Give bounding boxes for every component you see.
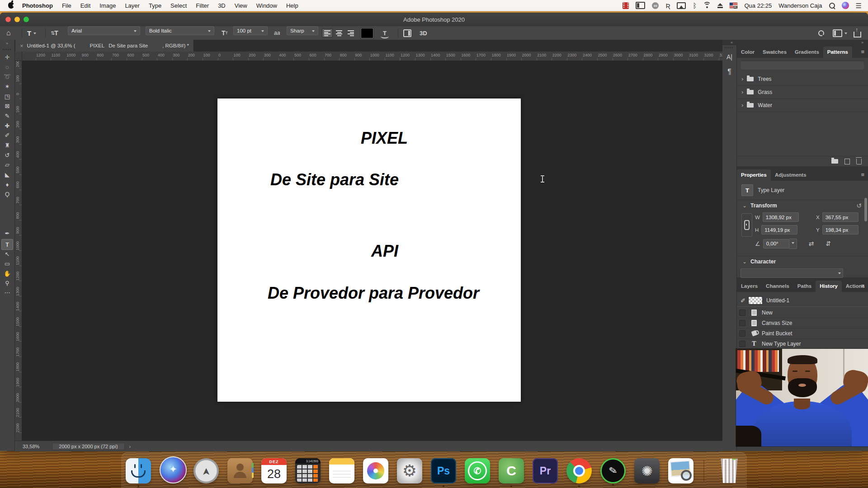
anti-alias-select[interactable]: Sharp <box>287 26 318 35</box>
window-titlebar[interactable]: Adobe Photoshop 2020 <box>0 13 868 27</box>
align-left-button[interactable] <box>322 28 333 38</box>
tool-preset-picker[interactable]: T <box>27 26 36 40</box>
history-snapshot-row[interactable]: ✐ Untitled-1 <box>737 295 868 307</box>
shape-tool[interactable]: ▭ <box>1 258 13 268</box>
pattern-group-trees[interactable]: ›Trees <box>737 72 868 86</box>
object-selection-tool[interactable]: ✶ <box>1 81 13 91</box>
pattern-group-grass[interactable]: ›Grass <box>737 85 868 99</box>
canvas-text-layer[interactable]: De Site para Site <box>270 170 399 189</box>
menu-edit[interactable]: Edit <box>76 2 95 9</box>
dock-preview[interactable] <box>668 458 693 483</box>
eyedropper-tool[interactable]: ✎ <box>1 111 13 121</box>
history-state-row[interactable]: New <box>737 307 868 318</box>
menu-image[interactable]: Image <box>95 2 120 9</box>
menu-photoshop[interactable]: Photoshop <box>18 2 57 9</box>
rotation-angle-field[interactable]: 0,00° <box>763 239 789 249</box>
display-menu-icon[interactable] <box>636 2 645 9</box>
menubar-username[interactable]: Wanderson Caja <box>778 2 822 9</box>
dock-photos[interactable] <box>363 458 388 483</box>
dodge-tool[interactable]: Ϙ <box>1 189 13 199</box>
dock-system-preferences[interactable] <box>397 458 422 483</box>
dock-fan-control[interactable] <box>634 458 660 483</box>
panel-menu-icon[interactable]: ≡ <box>861 171 864 178</box>
pen-tool[interactable]: ✒ <box>1 228 13 238</box>
font-family-select[interactable]: Arial <box>68 26 140 35</box>
reset-transform-icon[interactable]: ↺ <box>856 202 862 209</box>
screenrecorder-menu-icon[interactable] <box>623 2 629 9</box>
dock-calendar[interactable]: DEZ 28 <box>261 458 287 483</box>
crop-tool[interactable]: ◳ <box>1 91 13 101</box>
tab-swatches[interactable]: Swatches <box>759 47 791 58</box>
dock-calculator[interactable]: 3.141593 <box>295 458 321 483</box>
align-right-button[interactable] <box>345 28 356 38</box>
collapse-tools-icon[interactable]: » <box>0 41 14 46</box>
spotlight-search-icon[interactable] <box>829 3 835 9</box>
horizontal-ruler[interactable]: 1200110010009008007006005004003002001000… <box>14 52 722 61</box>
flip-vertical-button[interactable]: ⇵ <box>826 240 831 247</box>
dock-siri[interactable] <box>160 456 187 483</box>
angle-dropdown-button[interactable] <box>789 239 797 249</box>
menu-view[interactable]: View <box>230 2 252 9</box>
clone-stamp-tool[interactable]: ♜ <box>1 140 13 150</box>
search-button[interactable] <box>818 26 824 40</box>
status-chevron-icon[interactable]: › <box>129 444 131 449</box>
transform-x-field[interactable]: 367,55 px <box>822 212 859 222</box>
character-font-dropdown[interactable] <box>741 268 843 278</box>
tab-layers[interactable]: Layers <box>737 281 762 292</box>
menu-help[interactable]: Help <box>282 2 303 9</box>
wifi-menu-icon[interactable] <box>703 3 711 8</box>
character-section-header[interactable]: ⌄ Character <box>737 256 868 267</box>
ruler-origin-box[interactable] <box>14 52 22 61</box>
path-selection-tool[interactable]: ↖ <box>1 249 13 259</box>
history-state-row[interactable]: Canvas Size <box>737 318 868 328</box>
hand-tool[interactable]: ✋ <box>1 268 13 278</box>
history-source-checkbox[interactable] <box>739 341 745 347</box>
share-button[interactable] <box>854 26 861 40</box>
tab-patterns[interactable]: Patterns <box>823 47 852 58</box>
tools-grip[interactable] <box>3 49 12 50</box>
new-pattern-icon[interactable] <box>844 159 850 164</box>
keyboard-layout-icon[interactable]: PC <box>730 3 737 8</box>
frame-tool[interactable]: ⊠ <box>1 101 13 111</box>
canvas-text-layer[interactable]: API <box>371 242 398 261</box>
airplay-menu-icon[interactable] <box>677 2 686 9</box>
canvas-text-layer[interactable]: De Provedor para Provedor <box>268 284 479 303</box>
history-source-checkbox[interactable] <box>739 310 745 316</box>
dock-contacts[interactable] <box>227 458 253 483</box>
chevron-right-icon[interactable]: › <box>741 89 743 95</box>
text-orientation-button[interactable]: ⇅T <box>51 26 58 40</box>
blur-tool[interactable]: ♦ <box>1 179 13 189</box>
zoom-tool[interactable]: ⚲ <box>1 278 13 288</box>
dock-whatsapp[interactable] <box>465 458 490 483</box>
align-center-button[interactable] <box>334 28 344 38</box>
character-panel-icon[interactable]: A| <box>722 53 736 61</box>
history-source-checkbox[interactable] <box>739 330 745 337</box>
dock-premiere[interactable]: Pr <box>533 458 558 483</box>
close-tab-icon[interactable]: × <box>20 42 24 49</box>
tab-color[interactable]: Color <box>737 47 759 58</box>
tab-channels[interactable]: Channels <box>762 281 793 292</box>
paragraph-panel-icon[interactable]: ¶ <box>722 68 736 76</box>
eraser-tool[interactable]: ▱ <box>1 160 13 169</box>
expand-panels-icon[interactable]: » <box>861 40 863 45</box>
tab-properties[interactable]: Properties <box>737 169 771 181</box>
dock-notes[interactable] <box>329 458 354 483</box>
menubar-clock[interactable]: Qua 22:25 <box>744 2 772 9</box>
text-color-swatch[interactable] <box>361 26 373 40</box>
menu-filter[interactable]: Filter <box>191 2 213 9</box>
eject-menu-icon[interactable] <box>717 3 723 6</box>
avira-menu-icon[interactable]: Ʀ <box>665 2 670 9</box>
tab-gradients[interactable]: Gradients <box>791 47 823 58</box>
brush-tool[interactable]: ✐ <box>1 130 13 140</box>
apple-menu-icon[interactable] <box>8 2 14 9</box>
document-tab[interactable]: × Untitled-1 @ 33,6% ( PIXEL De Site par… <box>15 40 194 52</box>
tab-history[interactable]: History <box>816 281 842 292</box>
warp-text-button[interactable]: T <box>382 26 388 40</box>
menu-window[interactable]: Window <box>252 2 282 9</box>
creative-cloud-menu-icon[interactable]: cc <box>652 2 659 9</box>
transform-h-field[interactable]: 1149,19 px <box>761 225 797 235</box>
siri-menu-icon[interactable] <box>842 2 849 9</box>
canvas-viewport[interactable]: PIXELDe Site para SiteAPIDe Provedor par… <box>22 61 722 441</box>
dock-chrome[interactable] <box>566 458 592 483</box>
type-tool[interactable]: T <box>1 239 13 250</box>
